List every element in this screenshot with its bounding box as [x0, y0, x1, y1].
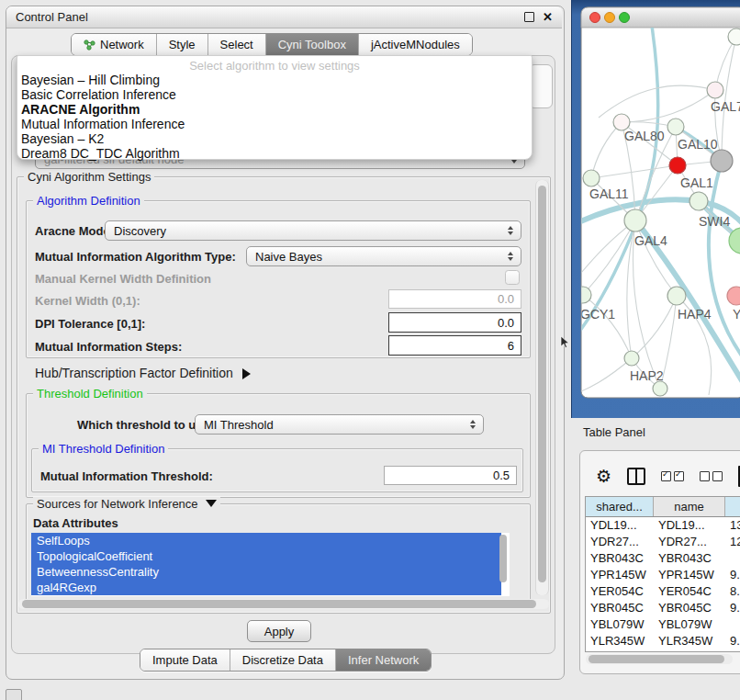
mi-threshold-label: Mutual Information Threshold:: [40, 469, 213, 483]
apply-button-label: Apply: [264, 625, 295, 638]
mi-threshold-definition-title: MI Threshold Definition: [39, 442, 168, 456]
table-cell: YER054C: [586, 583, 654, 600]
dropdown-item-aracne-algorithm[interactable]: ARACNE Algorithm: [17, 102, 532, 117]
float-window-icon[interactable]: [524, 12, 534, 22]
unchecked-pair-icon[interactable]: [700, 471, 723, 481]
kernel-width-field[interactable]: 0.0: [388, 289, 521, 309]
network-node-swi4[interactable]: [690, 192, 708, 210]
column-header-a[interactable]: A: [725, 497, 740, 516]
control-panel-title: Control Panel: [16, 10, 88, 24]
table-horizontal-scrollbar[interactable]: [586, 654, 733, 664]
tab-infer-network[interactable]: Infer Network: [336, 649, 431, 671]
table-cell: YBR043C: [654, 550, 725, 567]
network-node-gal7[interactable]: [707, 82, 723, 98]
mi-threshold-field[interactable]: 0.5: [384, 466, 517, 485]
list-scrollbar-thumb[interactable]: [499, 535, 507, 582]
table-body: YDL19...YDL19...13YDR27...YDR27...12YBR0…: [586, 517, 740, 652]
dropdown-items: Bayesian – Hill ClimbingBasic Correlatio…: [17, 73, 532, 161]
table-cell: YIL052C: [654, 649, 725, 652]
table-hscroll-thumb[interactable]: [589, 655, 724, 663]
screen: { "colors": { "selection_blue": "#3D6FD2…: [0, 0, 740, 700]
tab-style[interactable]: Style: [157, 34, 208, 55]
dropdown-item-mutual-information-inference[interactable]: Mutual Information Inference: [17, 117, 532, 131]
table-row[interactable]: YBL079WYBL079W: [586, 616, 740, 633]
table-header-row: shared...nameA: [586, 497, 740, 517]
network-node-gal4[interactable]: [624, 209, 646, 231]
tab-jactivemnodules[interactable]: jActiveMNodules: [359, 34, 472, 55]
attribute-item-topologicalcoefficient[interactable]: TopologicalCoefficient: [31, 548, 501, 564]
network-node[interactable]: [728, 28, 740, 45]
which-threshold-combo[interactable]: MI Threshold: [195, 414, 484, 435]
network-node-gal10[interactable]: [667, 119, 684, 135]
network-node[interactable]: [653, 381, 667, 396]
column-header-name[interactable]: name: [654, 497, 725, 516]
tab-cyni-toolbox[interactable]: Cyni Toolbox: [266, 34, 359, 55]
dropdown-item-bayesian-k2[interactable]: Bayesian – K2: [17, 131, 532, 146]
settings-vertical-scrollbar[interactable]: [535, 180, 549, 595]
cyni-bottom-tabstrip: Impute DataDiscretize DataInfer Network: [140, 649, 432, 672]
table-row[interactable]: YDL19...YDL19...13: [586, 517, 740, 534]
mi-steps-field[interactable]: 6: [388, 335, 521, 356]
manual-kernel-width-label: Manual Kernel Width Definition: [35, 272, 211, 286]
tab-network[interactable]: Network: [72, 34, 157, 55]
aracne-mode-combo[interactable]: Discovery: [105, 220, 521, 241]
node-table: shared...nameA YDL19...YDL19...13YDR27..…: [585, 496, 740, 652]
zoom-traffic-light[interactable]: [620, 13, 630, 23]
dpi-tolerance-field[interactable]: 0.0: [388, 312, 521, 333]
table-row[interactable]: YBR045CYBR045C9.: [586, 600, 740, 616]
kernel-width-value: 0.0: [498, 292, 514, 306]
table-cell: YBL079W: [654, 616, 725, 633]
split-view-icon[interactable]: [627, 468, 645, 485]
gear-icon[interactable]: ⚙: [596, 468, 611, 485]
close-window-icon[interactable]: ✕: [543, 11, 553, 23]
table-row[interactable]: YBR043CYBR043C: [586, 550, 740, 567]
network-node[interactable]: [711, 150, 733, 172]
network-node-gal1[interactable]: [669, 157, 686, 174]
table-row[interactable]: YER054CYER054C8.: [586, 583, 740, 600]
close-traffic-light[interactable]: [590, 13, 600, 23]
dropdown-item-dream8-dc-tdc-algorithm[interactable]: Dream8 DC_TDC Algorithm: [17, 146, 532, 161]
settings-vscroll-thumb[interactable]: [538, 186, 546, 582]
mi-algorithm-type-combo[interactable]: Naive Bayes: [246, 246, 521, 266]
node-label-gal10: GAL10: [678, 137, 718, 152]
node-label-gal80: GAL80: [624, 129, 665, 143]
network-node-y[interactable]: [727, 287, 740, 305]
network-node-gcy1[interactable]: [575, 287, 591, 303]
table-row[interactable]: YLR345WYLR345W9.: [586, 633, 740, 649]
dropdown-item-basic-correlation-inference[interactable]: Basic Correlation Inference: [17, 87, 532, 102]
column-header-shared[interactable]: shared...: [586, 497, 654, 516]
network-node-gal11[interactable]: [583, 170, 600, 186]
network-view-window[interactable]: GAL7GAL80GAL10GAL1GAL11SWI4GAL4GCY1HAP4Y…: [571, 0, 740, 418]
table-cell: YDR27...: [654, 534, 725, 550]
tab-impute-data[interactable]: Impute Data: [140, 649, 230, 671]
sources-title[interactable]: Sources for Network Inference: [33, 497, 220, 511]
settings-hscroll-thumb[interactable]: [22, 600, 536, 608]
expanded-arrow-icon: [206, 500, 217, 507]
checked-pair-icon[interactable]: [661, 471, 684, 481]
minimize-traffic-light[interactable]: [605, 13, 615, 23]
control-panel-titlebar: Control Panel ✕: [6, 6, 562, 28]
collapsed-panel-button[interactable]: [6, 689, 22, 700]
settings-horizontal-scrollbar[interactable]: [18, 599, 549, 609]
table-row[interactable]: YDR27...YDR27...12: [586, 534, 740, 550]
apply-button[interactable]: Apply: [247, 620, 311, 642]
table-cell: 8.: [725, 583, 740, 600]
attribute-item-selfloops[interactable]: SelfLoops: [31, 533, 501, 548]
which-threshold-value: MI Threshold: [204, 418, 274, 432]
table-row[interactable]: YPR145WYPR145W9.: [586, 567, 740, 583]
table-cell: YLR345W: [586, 633, 654, 649]
kernel-width-label: Kernel Width (0,1):: [35, 294, 140, 308]
dropdown-item-bayesian-hill-climbing[interactable]: Bayesian – Hill Climbing: [17, 73, 532, 87]
node-label-gal4: GAL4: [634, 233, 667, 248]
manual-kernel-width-checkbox[interactable]: [505, 270, 520, 285]
network-node-hap4[interactable]: [667, 287, 686, 305]
node-label-hap2: HAP2: [630, 368, 664, 383]
hub-definition-toggle[interactable]: Hub/Transcription Factor Definition: [35, 366, 251, 380]
table-row[interactable]: YIL052CYIL052C9: [586, 649, 740, 652]
tab-label: Discretize Data: [242, 653, 323, 667]
tab-select[interactable]: Select: [208, 34, 266, 55]
attribute-item-gal4rgexp[interactable]: gal4RGexp: [31, 580, 501, 595]
network-node-hap2[interactable]: [624, 351, 639, 366]
tab-discretize-data[interactable]: Discretize Data: [230, 649, 336, 671]
attribute-item-betweennesscentrality[interactable]: BetweennessCentrality: [31, 564, 501, 580]
